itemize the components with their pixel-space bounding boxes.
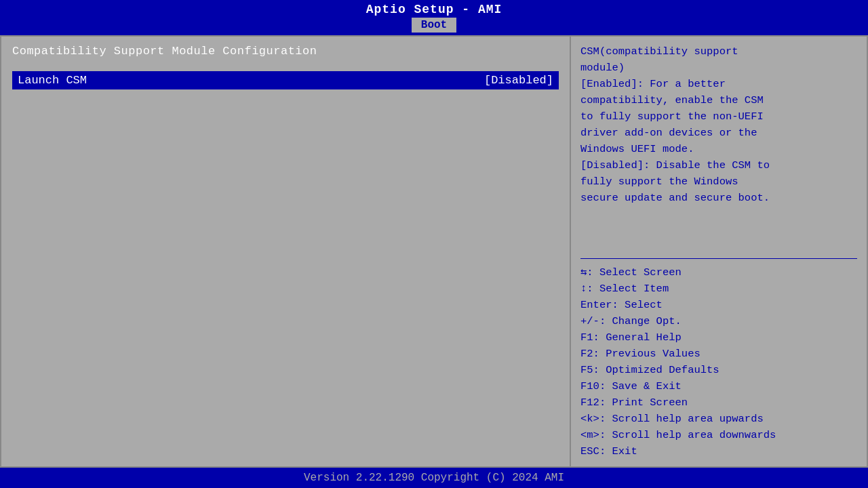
left-panel: Compatibility Support Module Configurati… (1, 37, 571, 466)
header-bar: Aptio Setup - AMI (0, 0, 868, 18)
launch-csm-row[interactable]: Launch CSM [Disabled] (12, 71, 559, 89)
launch-csm-value: [Disabled] (484, 74, 553, 87)
right-panel: CSM(compatibility supportmodule)[Enabled… (571, 37, 867, 466)
app: Aptio Setup - AMI Boot Compatibility Sup… (0, 0, 868, 488)
tab-bar: Boot (0, 18, 868, 35)
section-title: Compatibility Support Module Configurati… (12, 45, 559, 58)
footer-bar: Version 2.22.1290 Copyright (C) 2024 AMI (0, 468, 868, 488)
main-content: Compatibility Support Module Configurati… (0, 35, 868, 468)
app-title: Aptio Setup - AMI (366, 3, 502, 16)
key-hints: ⇆: Select Screen↕: Select ItemEnter: Sel… (580, 264, 857, 460)
footer-text: Version 2.22.1290 Copyright (C) 2024 AMI (304, 472, 564, 484)
help-divider (580, 258, 857, 259)
launch-csm-label: Launch CSM (18, 74, 484, 87)
help-text: CSM(compatibility supportmodule)[Enabled… (580, 43, 857, 251)
tab-boot[interactable]: Boot (412, 18, 456, 33)
